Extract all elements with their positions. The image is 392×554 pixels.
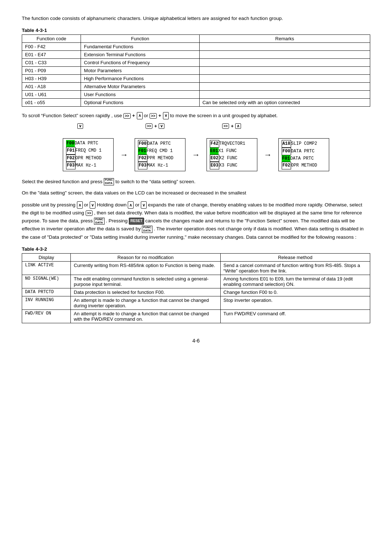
lcd-row: F00DATA PRTC	[282, 148, 326, 155]
lcd-row: F42TRQVECTOR1	[210, 140, 254, 148]
arrow-2: →	[192, 150, 200, 160]
table1-cell: o01 - o55	[22, 98, 81, 106]
table1-cell: C01 - C33	[22, 58, 81, 66]
table1-cell	[199, 66, 370, 74]
lcd-text: FREQ CMD 1	[147, 148, 173, 155]
lcd-code: E01	[210, 148, 219, 155]
down-btn2: ∨	[141, 201, 147, 209]
table-4-3-1: Function code Function Remarks F00 - F42…	[22, 34, 370, 107]
table1-cell	[199, 90, 370, 98]
lcd-panel-1: F00DATA PRTCF01FREQ CMD 1F02OPR METHODF0…	[63, 138, 114, 171]
lcd-text: X1 FUNC	[219, 148, 237, 155]
table2-cell-release: Change function F00 to 0.	[220, 288, 370, 296]
lcd-code: F00	[138, 140, 147, 148]
lcd-text: X3 FUNC	[219, 162, 237, 169]
select-text2: to switch to the “data setting” screen.	[115, 179, 196, 184]
table1-cell: P01 - P09	[22, 66, 81, 74]
lcd-text: FREQ CMD 1	[75, 147, 102, 154]
scroll-plus2: +	[159, 113, 163, 118]
table2-row: NO SIGNAL(WE)The edit enabling command f…	[22, 275, 370, 288]
lcd-code: F01	[66, 147, 75, 155]
table2-col-reason: Reason for no modification	[71, 253, 220, 261]
lcd-row: A18SLIP COMP2	[282, 140, 326, 148]
table1-cell: E01 - E47	[22, 50, 81, 58]
table2-cell-display: DATA PRTCTD	[22, 288, 71, 296]
table1-row: U01 - U61User Functions	[22, 90, 370, 98]
lcd-row: E01X1 FUNC	[210, 148, 254, 155]
table2-cell-display: INV RUNNING	[22, 296, 71, 309]
lcd-text: MAX Hz-1	[147, 162, 168, 169]
screens-row: F00DATA PRTCF01FREQ CMD 1F02OPR METHODF0…	[63, 138, 329, 171]
table1-col-code: Function code	[22, 34, 81, 42]
func-data-btn: FUNCDATA	[104, 178, 114, 185]
table1-cell: Optional Functions	[81, 98, 199, 106]
table1-col-function: Function	[81, 34, 199, 42]
lcd-row: F02OPR METHOD	[282, 162, 326, 169]
table1-title: Table 4-3-1	[22, 28, 370, 33]
lcd-text: OPR METHOD	[291, 162, 317, 169]
table1-cell: Can be selected only with an option conn…	[199, 98, 370, 106]
table2-cell-display: FWD/REV ON	[22, 309, 71, 323]
table2-row: DATA PRTCTDData protection is selected f…	[22, 288, 370, 296]
table1-cell	[199, 42, 370, 50]
lcd-code: F03	[66, 162, 75, 169]
scroll-chevron-up1: ∧	[137, 112, 143, 119]
lcd-panel-4: A18SLIP COMP2F00DATA PRTCF01DATA PRTCF02…	[278, 138, 329, 171]
chevron-down-btn-label: ∨	[77, 123, 83, 129]
table1-cell: H03 - H39	[22, 74, 81, 82]
table1-cell	[199, 50, 370, 58]
lcd-panel-3: F42TRQVECTOR1E01X1 FUNCE02X2 FUNCE03X3 F…	[207, 138, 257, 171]
scroll-or: or	[144, 113, 150, 118]
scroll-text1: To scroll “Function Select” screen rapid…	[22, 113, 122, 118]
table2-cell-reason: An attempt is made to change a function …	[71, 309, 220, 323]
table1-cell	[199, 58, 370, 66]
table2-cell-release: Among functions E01 to E09, turn the ter…	[220, 275, 370, 288]
lcd-row: F03MAX Hz-1	[66, 162, 110, 169]
lcd-code: A18	[282, 140, 291, 148]
table1-cell: U01 - U61	[22, 90, 81, 98]
lcd-text: OPR METHOD	[75, 155, 102, 162]
ds-text1: On the "data setting" screen, the data v…	[22, 190, 246, 196]
table1-cell: Control Functions of Frequency	[81, 58, 199, 66]
table2-col-release: Release method	[220, 253, 370, 261]
lcd-text: DATA PRTC	[147, 140, 171, 147]
lcd-text: SLIP COMP2	[291, 140, 317, 147]
page-number: 4-6	[22, 338, 370, 344]
ds-text4: Holding down	[97, 202, 128, 208]
lcd-row: F00DATA PRTC	[138, 140, 182, 148]
lcd-row: F03MAX Hz-1	[138, 162, 182, 169]
lcd-diagram: ∨ >> + ∨ >> + ∧	[22, 123, 370, 177]
lcd-row: F01FREQ CMD 1	[66, 147, 110, 155]
up-btn2: ∧	[128, 201, 134, 209]
func-data-btn2: FUNCDATA	[94, 218, 104, 225]
arrow-1: →	[120, 150, 128, 160]
table1-row: o01 - o55Optional FunctionsCan be select…	[22, 98, 370, 106]
select-text1: Select the desired function and press	[22, 179, 102, 184]
reset-btn: RESET	[129, 218, 144, 225]
table1-cell: Motor Parameters	[81, 66, 199, 74]
page-content: The function code consists of alphanumer…	[22, 15, 370, 344]
table2-cell-display: NO SIGNAL(WE)	[22, 275, 71, 288]
table2-row: LINK ACTIVECurrently writing from RS-485…	[22, 261, 370, 275]
table1-cell: A01 - A18	[22, 82, 81, 90]
top-labels: ∨ >> + ∨ >> + ∧	[22, 123, 370, 129]
table1-row: C01 - C33Control Functions of Frequency	[22, 58, 370, 66]
lcd-row: F02PPR METHOD	[138, 155, 182, 162]
table1-cell: Alternative Motor Parameters	[81, 82, 199, 90]
up-btn: ∧	[77, 201, 83, 209]
table1-cell	[199, 82, 370, 90]
lcd-code: F02	[66, 155, 75, 162]
table-4-3-2: Display Reason for no modification Relea…	[22, 253, 370, 323]
table1-cell: F00 - F42	[22, 42, 81, 50]
ds-text8: . Pressing	[106, 218, 129, 223]
lcd-row: E03X3 FUNC	[210, 162, 254, 169]
ds-text2: possible unit by pressing	[22, 202, 77, 208]
table2-cell-reason: Currently writing from RS-485/link optio…	[71, 261, 220, 275]
scroll-btn1: >>	[123, 113, 131, 119]
lcd-text: DATA PRTC	[75, 140, 98, 147]
scroll-text4: to move the screen in a unit grouped by …	[170, 113, 278, 118]
table2-cell-reason: Data protection is selected for function…	[71, 288, 220, 296]
func-data-btn3: FUNCDATA	[142, 226, 152, 233]
panel3-top-label: >> + ∧	[204, 123, 259, 129]
down-btn: ∨	[90, 201, 95, 209]
